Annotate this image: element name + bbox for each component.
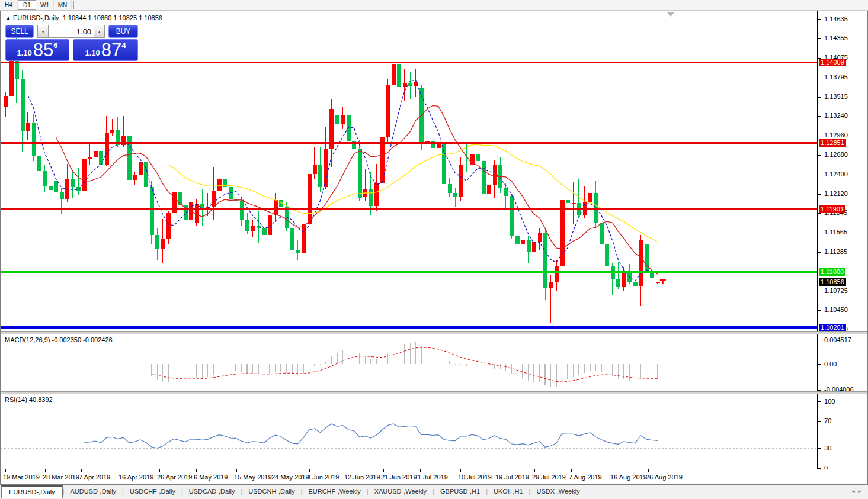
price-tick-label: 1.12960 <box>824 131 848 139</box>
price-tick-label: 1.11565 <box>824 228 847 236</box>
axis-tick <box>818 233 821 233</box>
tab-eurusd-daily[interactable]: EURUSD-,Daily <box>1 485 63 498</box>
rsi-tick-label: 0 <box>824 465 828 469</box>
level-price-label: 1.10201 <box>819 324 846 331</box>
axis-tick <box>383 469 384 472</box>
axis-tick <box>534 469 535 472</box>
scroll-to-end-icon[interactable] <box>667 12 674 17</box>
axis-tick <box>818 364 821 365</box>
date-axis-corner <box>818 469 867 484</box>
axis-tick <box>818 340 821 340</box>
date-tick-label: 12 Jun 2019 <box>344 474 380 481</box>
tab-usdchf-daily[interactable]: USDCHF-,Daily <box>124 485 181 497</box>
price-panel: ▲EURUSD-,Daily 1.10844 1.10860 1.10825 1… <box>1 11 867 331</box>
axis-tick <box>613 469 613 472</box>
volume-increase-button[interactable]: ▲ <box>94 25 105 38</box>
rsi-plot[interactable]: RSI(14) 40.8392 <box>1 394 817 469</box>
sell-price-prefix: 1.10 <box>17 47 31 59</box>
tab-audusd-daily[interactable]: AUDUSD-,Daily <box>64 485 122 497</box>
timeframe-toolbar: H4D1W1MN <box>0 0 868 11</box>
macd-tick-label: -0.004806 <box>824 386 854 391</box>
macd-axis[interactable]: 0.0045170.00-0.004806 <box>817 334 867 391</box>
date-tick-label: 28 Mar 2019 <box>43 474 79 481</box>
volume-decrease-button[interactable]: ▼ <box>37 25 49 38</box>
date-tick-label: 15 May 2019 <box>234 474 272 481</box>
rsi-panel: RSI(14) 40.8392 10070300 <box>1 394 867 469</box>
rsi-axis[interactable]: 10070300 <box>817 394 867 469</box>
price-tick-label: 1.14355 <box>824 34 848 41</box>
chart-title: ▲EURUSD-,Daily 1.10844 1.10860 1.10825 1… <box>6 14 162 21</box>
axis-tick <box>159 469 160 472</box>
buy-price-big: 87 <box>101 41 121 59</box>
price-plot[interactable]: ▲EURUSD-,Daily 1.10844 1.10860 1.10825 1… <box>1 11 817 331</box>
buy-price-tile[interactable]: 1.10874 <box>73 39 138 61</box>
tab-xauusd-weekly[interactable]: XAUUSD-,Weekly <box>369 485 433 497</box>
current-price-label: 1.10856 <box>819 278 846 286</box>
buy-button[interactable]: BUY <box>108 25 138 38</box>
tab-usdcad-daily[interactable]: USDCAD-,Daily <box>183 485 241 497</box>
timeframe-button-mn[interactable]: MN <box>54 0 72 10</box>
sell-price-sup: 6 <box>53 41 57 49</box>
chevron-up-icon: ▲ <box>97 30 101 34</box>
axis-tick <box>818 421 821 422</box>
macd-panel: MACD(12,26,9) -0.002350 -0.002426 0.0045… <box>1 334 867 391</box>
sell-price-tile[interactable]: 1.10856 <box>5 39 69 61</box>
date-tick-label: 21 Jun 2019 <box>381 474 417 481</box>
axis-tick <box>818 291 821 291</box>
tab-eurchf-weekly[interactable]: EURCHF-,Weekly <box>302 485 366 497</box>
symbol-tab-bar: ◂▸ EURUSD-,Daily|AUDUSD-,Daily|USDCHF-,D… <box>0 485 868 499</box>
date-tick-label: 16 Aug 2019 <box>610 474 647 481</box>
rsi-tick-label: 70 <box>824 417 831 424</box>
date-axis[interactable]: 19 Mar 201928 Mar 20197 Apr 201916 Apr 2… <box>1 469 867 484</box>
macd-plot[interactable]: MACD(12,26,9) -0.002350 -0.002426 <box>1 334 817 391</box>
volume-input[interactable] <box>49 25 94 38</box>
arrow-right-icon[interactable]: ▸ <box>858 488 864 494</box>
price-tick-label: 1.10450 <box>824 306 848 313</box>
axis-tick <box>45 469 46 472</box>
collapse-trade-panel-icon[interactable]: ▲ <box>6 15 11 21</box>
rsi-tick-label: 30 <box>824 445 831 452</box>
axis-tick <box>196 469 197 472</box>
price-axis[interactable]: 1.146351.143551.140751.137951.135151.132… <box>817 11 867 331</box>
date-tick-label: 7 Apr 2019 <box>79 474 110 481</box>
axis-tick <box>818 116 821 117</box>
axis-tick <box>121 469 121 472</box>
sell-button[interactable]: SELL <box>5 25 34 38</box>
date-tick-label: 26 Aug 2019 <box>646 474 683 481</box>
timeframe-button-w1[interactable]: W1 <box>36 0 54 10</box>
one-click-trade-panel: SELL ▼ ▲ BUY 1.10856 1.10874 <box>5 25 138 61</box>
price-tick-label: 1.12400 <box>824 170 848 178</box>
axis-tick <box>5 469 6 472</box>
tab-gbpusd-h1[interactable]: GBPUSD-,H1 <box>434 485 486 497</box>
timeframe-button-h4[interactable]: H4 <box>0 0 18 10</box>
axis-tick <box>818 38 821 39</box>
ohlc-readout: 1.10844 1.10860 1.10825 1.10856 <box>63 14 162 21</box>
date-tick-label: 7 Aug 2019 <box>569 474 602 481</box>
axis-tick <box>818 310 821 311</box>
date-tick-label: 6 May 2019 <box>194 474 228 481</box>
tab-usdcnh-daily[interactable]: USDCNH-,Daily <box>242 485 300 497</box>
symbol-period-label: EURUSD-,Daily <box>13 14 59 21</box>
axis-tick <box>818 155 821 156</box>
macd-label: MACD(12,26,9) -0.002350 -0.002426 <box>5 336 113 343</box>
buy-price-prefix: 1.10 <box>85 47 100 59</box>
axis-tick <box>818 175 821 175</box>
timeframe-button-d1[interactable]: D1 <box>18 0 36 10</box>
volume-stepper: ▼ ▲ <box>37 25 105 38</box>
axis-tick <box>818 213 821 214</box>
axis-tick <box>347 469 347 472</box>
sell-price-big: 85 <box>33 41 53 59</box>
axis-tick <box>818 194 821 195</box>
axis-tick <box>818 252 821 253</box>
price-tick-label: 1.14635 <box>824 15 848 22</box>
axis-tick <box>648 469 649 472</box>
price-tick-label: 1.13795 <box>824 73 848 81</box>
price-tick-label: 1.11285 <box>824 248 847 255</box>
tab-scroll-arrows[interactable]: ◂▸ <box>852 488 864 494</box>
tab-ukoil-h1[interactable]: UKOil-,H1 <box>488 485 529 497</box>
tab-usdx-weekly[interactable]: USDX-,Weekly <box>530 485 585 497</box>
axis-tick <box>818 19 821 20</box>
date-tick-label: 16 Apr 2019 <box>118 474 153 481</box>
level-price-label: 1.14009 <box>819 59 846 66</box>
arrow-left-icon[interactable]: ◂ <box>852 488 859 494</box>
